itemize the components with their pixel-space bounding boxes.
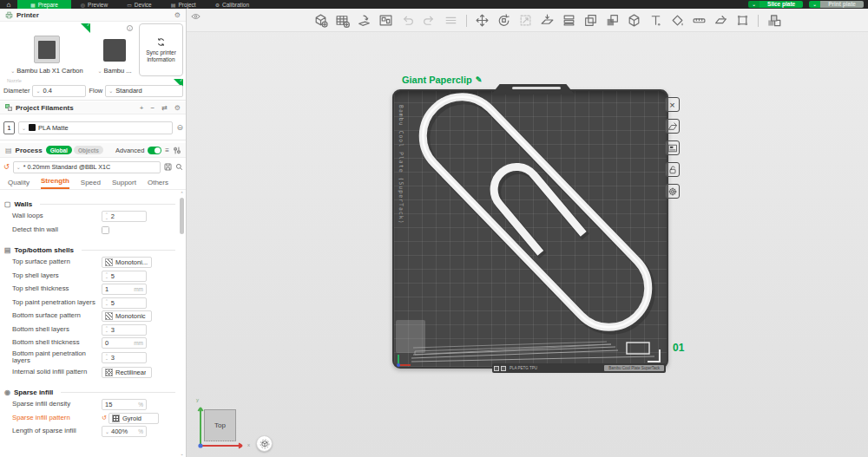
process-preset-select[interactable]: ⌄* 0.20mm Standard @BBL X1C [13,161,161,173]
filament-select[interactable]: ⌄ PLA Matte [18,121,173,134]
filament-settings-gear-icon[interactable]: ⚙ [174,104,181,112]
filament-slot-number[interactable]: 1 [3,121,15,134]
orientation-cube-top-face[interactable]: Top [204,409,236,441]
orient-plate-icon[interactable] [665,119,680,134]
spinner-arrows[interactable]: ⌃⌄ [105,327,108,333]
diameter-select[interactable]: ⌄0.4 [32,85,86,97]
print-dropdown-chevron-icon[interactable]: ⌄ [809,1,820,8]
plate-name-label[interactable]: Giant Paperclip ✎ [402,75,482,85]
printer-card[interactable]: ✓ ⌄Bambu Lab X1 Carbon [3,23,90,76]
save-preset-icon[interactable] [164,163,172,171]
input-sparse-infill-density[interactable]: 15% [102,399,147,410]
variable-layer-height-icon[interactable] [560,11,578,29]
checkbox-detect-thin-wall[interactable] [102,226,109,234]
tab-quality[interactable]: Quality [8,179,30,189]
spinner-arrows[interactable]: ⌃⌄ [105,355,108,361]
build-plate[interactable]: Bambu Cool Plate (SuperTack) [392,89,668,369]
move-icon[interactable] [473,11,491,29]
spinner-wall-loops[interactable]: ⌃⌄2 [102,211,147,222]
assembly-view-icon[interactable] [765,11,783,29]
mesh-boolean-icon[interactable] [625,11,643,29]
tune-sliders-icon[interactable] [174,147,181,154]
undo-icon[interactable] [398,11,417,29]
printer-settings-gear-icon[interactable]: ⚙ [174,11,181,19]
spinner-top-shell-layers[interactable]: ⌃⌄5 [102,271,147,282]
scrollbar-thumb[interactable] [180,198,184,234]
chevron-down-icon: ⌄ [105,428,109,434]
revert-icon[interactable]: ↺ [102,415,107,421]
remove-filament-icon[interactable]: − [150,104,155,112]
input-bottom-shell-thickness[interactable]: 0mm [102,337,147,349]
info-icon[interactable]: i [127,25,133,31]
seam-icon[interactable] [712,11,730,29]
input-top-shell-thickness[interactable]: 1mm [102,284,147,295]
search-icon[interactable] [175,163,183,171]
orientation-navigator[interactable]: y Top x [194,397,256,457]
print-plate-button[interactable]: ⌄ Print plate [809,1,864,8]
home-button[interactable]: ⌂ [0,0,17,9]
split-to-objects-icon[interactable] [603,11,621,29]
plate-type-card[interactable]: i ⌄Bambu ... [93,23,136,76]
redo-icon[interactable] [420,11,438,29]
pattern-select-sparse-infill-pattern[interactable]: Gyroid [108,413,159,424]
scroll-down-icon[interactable]: ⌄ [180,451,183,456]
spinner-bottom-paint-penetration-layers[interactable]: ⌃⌄3 [102,352,147,363]
plate-gear-icon[interactable] [665,184,680,199]
assembly-view-button[interactable] [256,435,273,452]
advanced-toggle[interactable] [148,147,161,154]
measure-icon[interactable] [690,11,708,29]
tab-prepare[interactable]: ▦Prepare [17,0,71,9]
tab-project[interactable]: ▤Project [161,0,206,9]
paint-icon[interactable] [668,11,687,29]
tab-strength[interactable]: Strength [41,177,69,189]
fix-model-icon[interactable] [733,11,752,29]
plate-settings-icon[interactable] [665,140,680,155]
combo-length-of-sparse-infill[interactable]: ⌄400%% [102,426,147,437]
tab-others[interactable]: Others [148,179,168,189]
scroll-up-icon[interactable]: ⌃ [180,191,183,196]
slice-plate-button[interactable]: ⌄ Slice plate [748,1,803,8]
spinner-arrows[interactable]: ⌃⌄ [105,213,108,219]
params-scrollbar[interactable]: ⌃ ⌄ [179,191,185,456]
pattern-select-top-surface-pattern[interactable]: Monotoni... [102,257,152,268]
add-model-icon[interactable] [312,11,330,29]
spinner-arrows[interactable]: ⌃⌄ [105,273,108,279]
spinner-bottom-shell-layers[interactable]: ⌃⌄3 [102,324,147,336]
flow-select[interactable]: ⌄Standard [105,85,183,97]
auto-orient-icon[interactable] [355,11,373,29]
tab-support[interactable]: Support [112,179,136,189]
edit-pencil-icon[interactable]: ✎ [476,75,483,84]
delete-plate-icon[interactable]: × [665,97,680,112]
text-icon[interactable] [647,11,665,29]
viewport-3d[interactable]: Giant Paperclip ✎ Bambu Cool Plate (Supe… [187,9,868,457]
delete-filament-icon[interactable]: ⊖ [176,123,183,132]
add-plate-icon[interactable] [333,11,352,29]
settings-list-icon[interactable]: ≡ [165,147,169,154]
pattern-select-internal-solid-infill-pattern[interactable]: Rectilinear [102,367,152,378]
sync-printer-button[interactable]: Sync printer information [139,23,183,76]
spinner-top-paint-penetration-layers[interactable]: ⌃⌄5 [102,297,147,309]
tab-calibration[interactable]: ⚙Calibration [206,0,259,9]
walls-icon: ▢ [4,200,11,208]
add-filament-icon[interactable]: + [140,104,144,112]
spinner-arrows[interactable]: ⌃⌄ [105,300,108,306]
scope-objects-pill[interactable]: Objects [74,146,103,154]
import-layers-icon[interactable] [442,11,460,29]
flatten-icon[interactable] [538,11,556,29]
arrange-icon[interactable] [377,11,395,29]
rotate-icon[interactable] [495,11,513,29]
model-paperclip[interactable] [394,91,670,370]
tab-device[interactable]: ▭Device [117,0,161,9]
tab-preview[interactable]: ◎Preview [71,0,117,9]
clone-icon[interactable] [582,11,600,29]
pattern-select-bottom-surface-pattern[interactable]: Monotonic [102,310,152,322]
scope-global-pill[interactable]: Global [46,146,72,154]
scale-icon[interactable] [516,11,535,29]
visibility-eye-icon[interactable] [191,13,201,22]
sync-filaments-icon[interactable]: ⇄ [161,104,168,112]
param-value: 5 [111,299,115,307]
reset-preset-icon[interactable]: ↺ [3,163,10,171]
lock-open-icon[interactable] [665,162,680,177]
tab-speed[interactable]: Speed [81,179,101,189]
slice-dropdown-chevron-icon[interactable]: ⌄ [748,1,760,8]
